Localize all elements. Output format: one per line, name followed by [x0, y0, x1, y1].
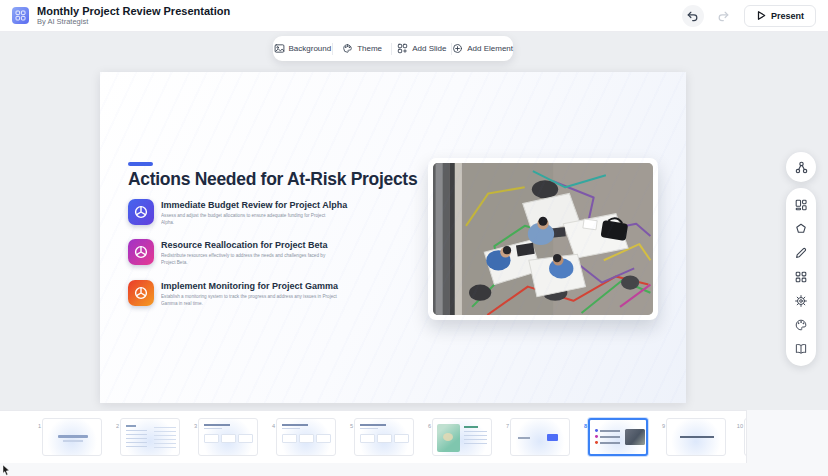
slide-number: 9	[657, 423, 665, 446]
background-button[interactable]: Background	[273, 36, 332, 61]
theme-colors-button[interactable]	[794, 318, 808, 332]
action-item-beta[interactable]: Resource Reallocation for Project Beta R…	[128, 239, 383, 276]
slide-thumbnail[interactable]	[354, 418, 414, 456]
filmstrip-slide-9: 9	[654, 418, 726, 456]
grid-dots-icon	[794, 270, 808, 284]
slide-number: 3	[189, 423, 197, 446]
elements-button[interactable]	[794, 270, 808, 284]
edit-button[interactable]	[794, 246, 808, 260]
background-button-label: Background	[289, 44, 332, 53]
undo-arrow-icon	[686, 9, 699, 22]
theme-palette-icon	[342, 43, 353, 54]
app-logo	[12, 7, 29, 24]
filmstrip-slide-6: 6	[420, 418, 492, 456]
app-header: Monthly Project Review Presentation By A…	[0, 0, 828, 32]
title-accent-bar	[128, 162, 153, 166]
slide-number: 2	[111, 423, 119, 446]
slide-number: 6	[423, 423, 431, 446]
gear-icon	[794, 294, 808, 308]
notes-button[interactable]	[794, 342, 808, 356]
action-item-description: Establish a monitoring system to track t…	[161, 293, 338, 307]
slide-thumbnail[interactable]	[744, 418, 747, 456]
share-nodes-icon	[794, 160, 809, 175]
filmstrip-slide-3: 3	[186, 418, 258, 456]
presentation-byline: By AI Strategist	[37, 18, 230, 27]
slide-thumbnail[interactable]	[42, 418, 102, 456]
theme-button[interactable]: Theme	[333, 36, 392, 61]
filmstrip-slide-10: 10	[732, 418, 747, 456]
filmstrip-slide-2: 2	[108, 418, 180, 456]
slide-number: 5	[345, 423, 353, 446]
present-button-label: Present	[771, 11, 804, 21]
filmstrip-slide-1: 1	[30, 418, 102, 456]
filmstrip-slide-8-selected: 8	[576, 418, 648, 456]
overhead-team-collaboration-photo	[433, 163, 653, 315]
slide-canvas[interactable]: Actions Needed for At-Risk Projects Imme…	[100, 72, 686, 403]
theme-button-label: Theme	[357, 44, 382, 53]
slide-image-card[interactable]	[428, 158, 658, 320]
wheel-icon	[128, 199, 154, 225]
add-slide-button[interactable]: Add Slide	[392, 36, 451, 61]
add-slide-button-label: Add Slide	[412, 44, 446, 53]
slide-number: 10	[735, 423, 743, 446]
filmstrip-slide-7: 7	[498, 418, 570, 456]
editor-workspace: Background Theme Add Slide	[0, 32, 828, 410]
settings-button[interactable]	[794, 294, 808, 308]
grid-logo-icon	[15, 10, 26, 21]
mouse-cursor	[2, 462, 11, 476]
collaborate-button[interactable]	[786, 152, 816, 182]
shapes-button[interactable]	[794, 222, 808, 236]
slide-number: 8	[579, 423, 587, 446]
presentation-title: Monthly Project Review Presentation	[37, 5, 230, 18]
action-item-description: Redistribute resources effectively to ad…	[161, 252, 338, 266]
action-item-alpha[interactable]: Immediate Budget Review for Project Alph…	[128, 199, 383, 236]
add-element-plus-icon	[452, 43, 463, 54]
layout-grid-icon	[794, 198, 808, 212]
pencil-icon	[794, 246, 808, 260]
slide-thumbnail[interactable]	[276, 418, 336, 456]
layout-button[interactable]	[794, 198, 808, 212]
filmstrip-slide-4: 4	[264, 418, 336, 456]
slide-thumbnail[interactable]	[120, 418, 180, 456]
blob-shape-icon	[794, 222, 808, 236]
background-image-icon	[274, 43, 285, 54]
action-item-title: Implement Monitoring for Project Gamma	[161, 281, 467, 291]
slide-thumbnail[interactable]	[432, 418, 492, 456]
action-item-title: Resource Reallocation for Project Beta	[161, 240, 467, 250]
slide-number: 7	[501, 423, 509, 446]
redo-button[interactable]	[713, 5, 735, 27]
slide-thumbnail[interactable]	[198, 418, 258, 456]
slide-title[interactable]: Actions Needed for At-Risk Projects	[128, 169, 428, 190]
add-element-button-label: Add Element	[467, 44, 513, 53]
action-item-description: Assess and adjust the budget allocations…	[161, 212, 338, 226]
wheel-icon	[128, 280, 154, 306]
filmstrip-slide-5: 5	[342, 418, 414, 456]
slide-number: 1	[33, 423, 41, 446]
palette-icon	[794, 318, 808, 332]
redo-arrow-icon	[717, 9, 730, 22]
book-icon	[794, 342, 808, 356]
undo-button[interactable]	[682, 5, 704, 27]
side-tool-rail	[786, 188, 816, 366]
action-item-title: Immediate Budget Review for Project Alph…	[161, 200, 467, 210]
wheel-icon	[128, 239, 154, 265]
slide-thumbnail[interactable]	[666, 418, 726, 456]
present-button[interactable]: Present	[744, 5, 816, 27]
add-slide-grid-icon	[397, 43, 408, 54]
slide-thumbnail-selected[interactable]	[588, 418, 648, 456]
slide-number: 4	[267, 423, 275, 446]
action-item-gamma[interactable]: Implement Monitoring for Project Gamma E…	[128, 280, 383, 317]
add-element-button[interactable]: Add Element	[452, 36, 513, 61]
slide-toolbar: Background Theme Add Slide	[273, 36, 513, 61]
play-icon	[756, 10, 766, 21]
slide-filmstrip: 1 2 3 4 5 6 7 8 9 10	[0, 410, 747, 463]
slide-thumbnail[interactable]	[510, 418, 570, 456]
